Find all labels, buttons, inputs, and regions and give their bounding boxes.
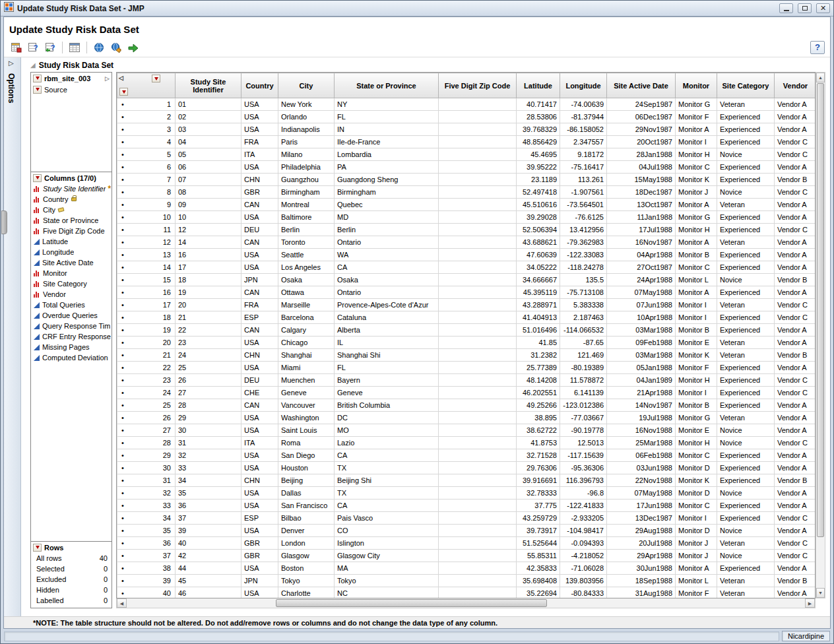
data-cell[interactable]: 31Aug1988 (607, 587, 676, 599)
data-cell[interactable]: 04 (176, 136, 241, 148)
data-cell[interactable]: -123.012386 (560, 399, 607, 412)
data-cell[interactable]: Vendor A (775, 412, 816, 424)
data-cell[interactable]: Osaka (335, 274, 439, 286)
data-cell[interactable]: Novice (717, 550, 775, 562)
data-cell[interactable]: PA (335, 161, 439, 174)
data-cell[interactable]: Novice (717, 525, 775, 537)
data-cell[interactable]: Vendor C (775, 437, 816, 449)
horizontal-scrollbar[interactable]: ◀ ▶ (116, 598, 816, 608)
data-cell[interactable]: 39 (176, 525, 241, 537)
data-cell[interactable]: Berlin (335, 224, 439, 236)
data-cell[interactable] (439, 387, 517, 399)
data-cell[interactable]: ITA (241, 148, 278, 161)
row-number-cell[interactable]: •4 (117, 136, 176, 148)
row-number-cell[interactable]: •26 (117, 412, 176, 424)
table-row[interactable]: •2427CHEGeneveGeneve46.2025516.14113921A… (117, 387, 816, 399)
data-cell[interactable]: Miami (278, 362, 335, 374)
data-cell[interactable]: 41.85 (517, 337, 560, 349)
data-cell[interactable]: Shanghai Shi (335, 349, 439, 362)
data-cell[interactable]: Veteran (717, 299, 775, 311)
rows-panel-header[interactable]: Rows (31, 542, 112, 553)
row-number-cell[interactable]: •28 (117, 437, 176, 449)
data-cell[interactable]: Monitor H (676, 224, 717, 236)
data-cell[interactable]: Vendor A (775, 462, 816, 474)
table-row[interactable]: •1518JPNOsakaOsaka34.666667135.524Apr198… (117, 274, 816, 286)
data-cell[interactable]: 06Feb1988 (607, 449, 676, 462)
data-cell[interactable]: Experienced (717, 512, 775, 525)
data-cell[interactable]: GBR (241, 186, 278, 199)
table-row[interactable]: •1619CANOttawaOntario45.395119-75.713108… (117, 286, 816, 299)
row-number-cell[interactable]: •17 (117, 299, 176, 311)
data-cell[interactable]: 18 (176, 274, 241, 286)
data-cell[interactable]: British Columbia (335, 399, 439, 412)
data-cell[interactable]: 17Jul1988 (607, 224, 676, 236)
table-row[interactable]: •2730USASaint LouisMO38.62722-90.1977816… (117, 424, 816, 437)
data-cell[interactable]: 38.62722 (517, 424, 560, 437)
data-cell[interactable]: Monitor G (676, 211, 717, 224)
row-number-cell[interactable]: •29 (117, 449, 176, 462)
data-cell[interactable]: Tokyo (335, 575, 439, 587)
data-cell[interactable]: 34.05222 (517, 261, 560, 274)
table-row[interactable]: •1112DEUBerlinBerlin52.50639413.41295617… (117, 224, 816, 236)
row-number-cell[interactable]: •32 (117, 487, 176, 499)
data-cell[interactable]: 29Nov1987 (607, 123, 676, 136)
data-cell[interactable]: 06 (176, 161, 241, 174)
table-row[interactable]: •3437ESPBilbaoPais Vasco43.259729-2.9332… (117, 512, 816, 525)
data-cell[interactable]: 35 (176, 487, 241, 499)
table-row[interactable]: •1821ESPBarcelonaCataluna41.4049132.1874… (117, 311, 816, 324)
data-cell[interactable]: Baltimore (278, 211, 335, 224)
row-number-cell[interactable]: •39 (117, 575, 176, 587)
row-number-cell[interactable]: •23 (117, 374, 176, 387)
column-header[interactable]: Country (241, 73, 278, 98)
data-cell[interactable]: 30Jun1988 (607, 562, 676, 575)
data-cell[interactable]: 43.688621 (517, 236, 560, 249)
data-cell[interactable]: Boston (278, 562, 335, 575)
row-number-cell[interactable]: •19 (117, 324, 176, 337)
scroll-down-icon[interactable]: ▼ (816, 588, 825, 598)
scroll-left-icon[interactable]: ◀ (117, 598, 127, 608)
data-cell[interactable]: 20 (176, 299, 241, 311)
data-cell[interactable]: CAN (241, 286, 278, 299)
data-cell[interactable]: -117.15639 (560, 449, 607, 462)
data-cell[interactable]: Experienced (717, 562, 775, 575)
scroll-up-icon[interactable]: ▲ (816, 73, 825, 82)
data-cell[interactable]: 04Jan1989 (607, 374, 676, 387)
column-header[interactable]: City (278, 73, 335, 98)
data-cell[interactable]: 10Apr1988 (607, 311, 676, 324)
table-row[interactable]: •505ITAMilanoLombardia45.46959.1817228Ja… (117, 148, 816, 161)
data-cell[interactable] (439, 211, 517, 224)
data-cell[interactable]: Geneve (278, 387, 335, 399)
data-cell[interactable]: Novice (717, 186, 775, 199)
data-cell[interactable] (439, 412, 517, 424)
data-cell[interactable]: 19Jul1988 (607, 412, 676, 424)
data-cell[interactable]: 33 (176, 462, 241, 474)
data-cell[interactable]: MD (335, 211, 439, 224)
data-cell[interactable]: ESP (241, 512, 278, 525)
data-cell[interactable]: -1.907561 (560, 186, 607, 199)
data-cell[interactable]: ITA (241, 437, 278, 449)
options-panel-strip[interactable]: ▷ Options (4, 57, 21, 616)
data-cell[interactable] (439, 349, 517, 362)
table-row[interactable]: •3539USADenverCO39.73917-104.9841729Aug1… (117, 525, 816, 537)
table-row[interactable]: •909CANMontrealQuebec45.510616-73.564501… (117, 199, 816, 211)
data-cell[interactable]: 10 (176, 211, 241, 224)
data-cell[interactable]: -75.16417 (560, 161, 607, 174)
data-cell[interactable]: -75.713108 (560, 286, 607, 299)
data-cell[interactable]: Experienced (717, 224, 775, 236)
data-cell[interactable]: Ile-de-France (335, 136, 439, 148)
data-cell[interactable]: Geneve (335, 387, 439, 399)
data-cell[interactable]: Monitor I (676, 311, 717, 324)
data-cell[interactable]: Monitor C (676, 161, 717, 174)
data-cell[interactable]: Vendor A (775, 362, 816, 374)
data-cell[interactable]: CAN (241, 399, 278, 412)
row-number-cell[interactable]: •18 (117, 311, 176, 324)
data-cell[interactable]: 16Nov1988 (607, 424, 676, 437)
data-cell[interactable]: Ontario (335, 236, 439, 249)
data-cell[interactable]: DC (335, 412, 439, 424)
data-cell[interactable]: 28Jan1988 (607, 148, 676, 161)
data-cell[interactable]: -4.218052 (560, 550, 607, 562)
data-cell[interactable]: Vendor A (775, 562, 816, 575)
data-cell[interactable]: 52.497418 (517, 186, 560, 199)
data-cell[interactable]: 14Nov1987 (607, 399, 676, 412)
data-cell[interactable]: 116.396793 (560, 474, 607, 487)
